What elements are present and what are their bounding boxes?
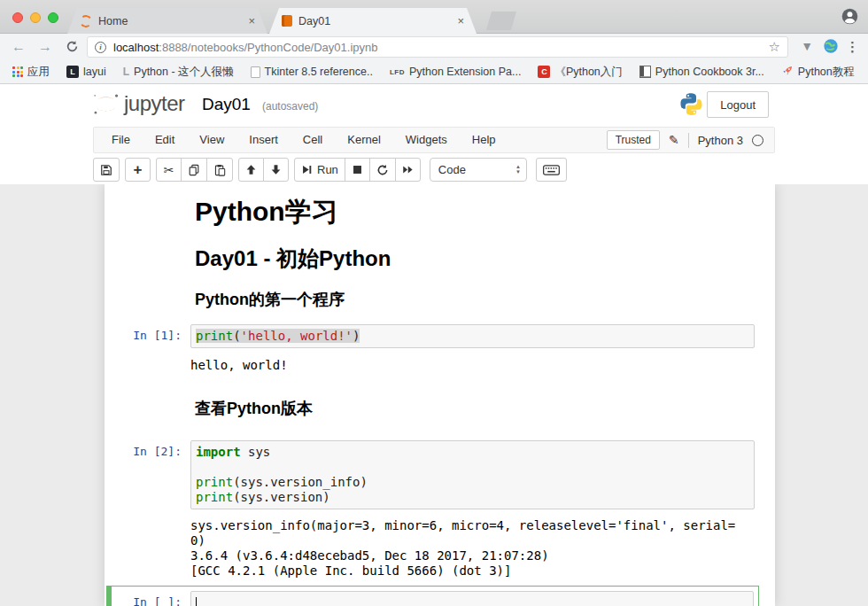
lfd-icon: LFD [390, 68, 405, 76]
jupyter-wordmark[interactable]: jupyter [124, 91, 185, 116]
input-prompt: In [1]: [105, 324, 190, 342]
menu-widgets[interactable]: Widgets [393, 128, 460, 152]
back-icon[interactable]: ← [9, 38, 28, 56]
markdown-heading-2: Day01 - 初始Python [195, 246, 775, 271]
step-forward-icon [301, 164, 313, 175]
bookmark-python-cookbook[interactable]: Python Cookbook 3r... [639, 66, 764, 78]
jupyter-logo-icon[interactable] [91, 92, 120, 120]
plus-icon: + [134, 162, 143, 177]
menu-row: File Edit View Insert Cell Kernel Widget… [0, 125, 868, 155]
address-bar[interactable]: i localhost:8888/notebooks/PythonCode/Da… [87, 36, 788, 58]
code-cell-2: In [2]: import sys print(sys.version_inf… [105, 440, 775, 509]
window-zoom-button[interactable] [48, 12, 58, 23]
move-cell-up-button[interactable] [238, 158, 264, 182]
code-input-area[interactable]: import sys print(sys.version_info)print(… [190, 440, 755, 509]
tab-close-icon[interactable]: × [246, 14, 257, 27]
window-minimize-button[interactable] [30, 12, 41, 23]
notebook-title[interactable]: Day01 [202, 95, 251, 114]
forward-icon[interactable]: → [35, 38, 55, 56]
bookmark-label: layui [83, 66, 106, 78]
bookmark-star-icon[interactable]: ☆ [769, 39, 780, 55]
python-logo-icon [679, 92, 703, 120]
logout-button[interactable]: Logout [707, 91, 769, 118]
bookmark-python-extension[interactable]: LFD Python Extension Pa... [390, 66, 522, 78]
url-path: :8888/notebooks/PythonCode/Day01.ipynb [159, 41, 377, 54]
layui-badge-icon: L [66, 66, 79, 78]
bookmarks-bar: 应用 L layui L Python - 这个人很懒 Tkinter 8.5 … [0, 60, 868, 84]
output-area-1: hello, world! [105, 358, 775, 373]
bookmark-apps[interactable]: 应用 [12, 65, 50, 80]
letter-l-icon: L [123, 66, 129, 78]
scissors-icon: ✂ [164, 163, 174, 177]
bookmark-label: Python教程 [798, 65, 855, 80]
cut-cell-button[interactable]: ✂ [156, 158, 182, 182]
tab-label: Day01 [298, 15, 455, 27]
move-cell-down-button[interactable] [263, 158, 289, 182]
code-input-area[interactable] [190, 591, 754, 606]
code-input-area[interactable]: print('hello, world!') [190, 324, 755, 348]
notebook-file-icon [282, 15, 292, 27]
browser-tab-day01[interactable]: Day01 × [269, 8, 477, 34]
menu-kernel[interactable]: Kernel [335, 128, 393, 152]
markdown-heading-3-first: Python的第一个程序 [195, 290, 775, 309]
restart-run-all-button[interactable] [395, 158, 421, 182]
page-info-icon[interactable]: i [95, 42, 106, 53]
output-prompt [105, 358, 190, 362]
input-prompt: In [ ]: [112, 591, 190, 606]
run-cell-button[interactable]: Run [294, 158, 345, 182]
cell-type-select[interactable]: Code ▲▼ [430, 158, 527, 182]
markdown-heading-3-second: 查看Python版本 [195, 399, 775, 418]
copy-icon [188, 164, 200, 176]
paste-cell-button[interactable] [206, 158, 233, 182]
bookmark-tkinter[interactable]: Tkinter 8.5 reference.. [251, 66, 373, 78]
bookmark-layui[interactable]: L layui [66, 66, 106, 78]
interrupt-kernel-button[interactable] [345, 158, 370, 182]
restart-icon [376, 164, 389, 176]
save-button[interactable] [93, 158, 120, 182]
autosave-status: (autosaved) [262, 100, 318, 113]
profile-icon[interactable] [841, 7, 859, 26]
browser-url-row: ← → i localhost:8888/notebooks/PythonCod… [0, 34, 868, 60]
bookmark-python-tutorial[interactable]: Python教程 [781, 65, 855, 80]
trusted-button[interactable]: Trusted [607, 130, 660, 150]
tab-close-icon[interactable]: × [455, 14, 466, 27]
selected-empty-cell[interactable]: In [ ]: [106, 586, 759, 606]
add-cell-button[interactable]: + [125, 158, 151, 182]
notebook-site: Python学习 Day01 - 初始Python Python的第一个程序 I… [0, 184, 868, 606]
code-cell-1: In [1]: print('hello, world!') [105, 324, 775, 348]
output-text: sys.version_info(major=3, minor=6, micro… [190, 518, 775, 579]
bookmark-label: Tkinter 8.5 reference.. [265, 66, 373, 78]
menu-help[interactable]: Help [460, 128, 508, 152]
chrome-menu-icon[interactable]: ⋮ [846, 39, 859, 55]
kernel-name: Python 3 [698, 134, 743, 147]
bookmark-python-blog[interactable]: L Python - 这个人很懒 [123, 65, 234, 80]
keyboard-icon [543, 165, 560, 175]
menu-file[interactable]: File [99, 128, 143, 152]
bookmark-python-intro[interactable]: C 《Python入门 [538, 65, 622, 80]
menu-bar: File Edit View Insert Cell Kernel Widget… [93, 127, 775, 153]
new-tab-button[interactable] [486, 12, 516, 30]
output-area-2: sys.version_info(major=3, minor=6, micro… [105, 518, 775, 579]
menu-insert[interactable]: Insert [236, 128, 291, 152]
stop-icon [352, 164, 363, 175]
browser-tab-home[interactable]: Home × [67, 8, 267, 34]
restart-kernel-button[interactable] [369, 158, 396, 182]
page-icon [251, 66, 260, 78]
command-palette-button[interactable] [536, 158, 567, 182]
window-close-button[interactable] [12, 12, 23, 23]
globe-extension-icon[interactable] [823, 38, 839, 57]
menu-view[interactable]: View [187, 128, 236, 152]
menu-cell[interactable]: Cell [291, 128, 335, 152]
text-cursor [196, 597, 197, 606]
arrow-up-icon [245, 164, 257, 175]
arrow-down-icon [270, 164, 282, 175]
menu-edit[interactable]: Edit [143, 128, 187, 152]
jupyter-header: jupyter Day01 (autosaved) Logout [0, 84, 868, 125]
input-prompt: In [2]: [105, 440, 190, 458]
extension-dropdown-icon[interactable]: ▼ [801, 39, 813, 53]
reload-icon[interactable] [62, 38, 81, 56]
copy-cell-button[interactable] [181, 158, 207, 182]
c-badge-icon: C [538, 66, 550, 78]
jupyter-spinner-icon [79, 14, 93, 28]
url-text: localhost:8888/notebooks/PythonCode/Day0… [113, 41, 769, 54]
